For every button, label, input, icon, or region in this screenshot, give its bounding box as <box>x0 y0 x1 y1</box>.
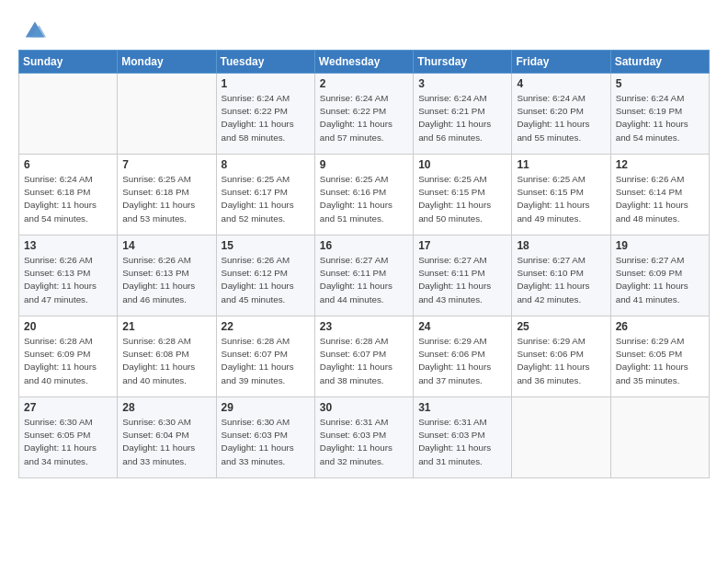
day-number: 18 <box>517 239 605 252</box>
calendar-cell: 13Sunrise: 6:26 AM Sunset: 6:13 PM Dayli… <box>19 236 118 316</box>
day-info: Sunrise: 6:30 AM Sunset: 6:03 PM Dayligh… <box>222 416 310 468</box>
calendar-cell: 19Sunrise: 6:27 AM Sunset: 6:09 PM Dayli… <box>610 236 709 316</box>
day-number: 28 <box>122 401 210 414</box>
day-info: Sunrise: 6:25 AM Sunset: 6:15 PM Dayligh… <box>418 173 506 225</box>
calendar-cell <box>19 74 118 155</box>
day-number: 22 <box>222 320 310 333</box>
day-info: Sunrise: 6:28 AM Sunset: 6:08 PM Dayligh… <box>122 335 210 387</box>
day-info: Sunrise: 6:26 AM Sunset: 6:13 PM Dayligh… <box>24 254 112 306</box>
day-info: Sunrise: 6:24 AM Sunset: 6:18 PM Dayligh… <box>24 173 112 225</box>
day-info: Sunrise: 6:28 AM Sunset: 6:07 PM Dayligh… <box>320 335 408 387</box>
day-info: Sunrise: 6:25 AM Sunset: 6:15 PM Dayligh… <box>517 173 605 225</box>
calendar-cell: 8Sunrise: 6:25 AM Sunset: 6:17 PM Daylig… <box>216 155 314 236</box>
calendar-cell: 11Sunrise: 6:25 AM Sunset: 6:15 PM Dayli… <box>512 155 610 236</box>
weekday-tuesday: Tuesday <box>216 51 314 74</box>
day-info: Sunrise: 6:27 AM Sunset: 6:10 PM Dayligh… <box>517 254 605 306</box>
calendar-cell: 15Sunrise: 6:26 AM Sunset: 6:12 PM Dayli… <box>216 236 314 316</box>
calendar-cell: 27Sunrise: 6:30 AM Sunset: 6:05 PM Dayli… <box>19 397 118 478</box>
calendar-cell: 7Sunrise: 6:25 AM Sunset: 6:18 PM Daylig… <box>118 155 216 236</box>
calendar-cell: 10Sunrise: 6:25 AM Sunset: 6:15 PM Dayli… <box>414 155 512 236</box>
day-info: Sunrise: 6:27 AM Sunset: 6:11 PM Dayligh… <box>418 254 506 306</box>
calendar-cell: 17Sunrise: 6:27 AM Sunset: 6:11 PM Dayli… <box>414 236 512 316</box>
weekday-monday: Monday <box>118 51 216 74</box>
day-number: 11 <box>517 158 605 171</box>
day-number: 23 <box>320 320 408 333</box>
day-number: 13 <box>24 239 112 252</box>
calendar-cell: 4Sunrise: 6:24 AM Sunset: 6:20 PM Daylig… <box>512 74 610 155</box>
weekday-thursday: Thursday <box>414 51 512 74</box>
calendar-cell: 30Sunrise: 6:31 AM Sunset: 6:03 PM Dayli… <box>314 397 413 478</box>
day-info: Sunrise: 6:31 AM Sunset: 6:03 PM Dayligh… <box>418 416 506 468</box>
logo-icon <box>22 17 48 42</box>
page: SundayMondayTuesdayWednesdayThursdayFrid… <box>0 0 728 563</box>
day-info: Sunrise: 6:24 AM Sunset: 6:22 PM Dayligh… <box>320 92 408 144</box>
calendar-cell: 31Sunrise: 6:31 AM Sunset: 6:03 PM Dayli… <box>414 397 512 478</box>
day-number: 31 <box>418 401 506 414</box>
day-number: 29 <box>222 401 310 414</box>
day-number: 30 <box>320 401 408 414</box>
day-info: Sunrise: 6:24 AM Sunset: 6:22 PM Dayligh… <box>222 92 310 144</box>
day-info: Sunrise: 6:27 AM Sunset: 6:09 PM Dayligh… <box>616 254 704 306</box>
day-number: 19 <box>616 239 704 252</box>
day-info: Sunrise: 6:29 AM Sunset: 6:06 PM Dayligh… <box>418 335 506 387</box>
calendar-cell: 29Sunrise: 6:30 AM Sunset: 6:03 PM Dayli… <box>216 397 314 478</box>
day-number: 16 <box>320 239 408 252</box>
day-info: Sunrise: 6:30 AM Sunset: 6:05 PM Dayligh… <box>24 416 112 468</box>
weekday-header-row: SundayMondayTuesdayWednesdayThursdayFrid… <box>19 51 710 74</box>
day-info: Sunrise: 6:29 AM Sunset: 6:06 PM Dayligh… <box>517 335 605 387</box>
calendar-cell: 3Sunrise: 6:24 AM Sunset: 6:21 PM Daylig… <box>414 74 512 155</box>
day-info: Sunrise: 6:30 AM Sunset: 6:04 PM Dayligh… <box>122 416 210 468</box>
calendar-cell: 20Sunrise: 6:28 AM Sunset: 6:09 PM Dayli… <box>19 316 118 397</box>
calendar-cell <box>118 74 216 155</box>
weekday-saturday: Saturday <box>610 51 709 74</box>
day-info: Sunrise: 6:25 AM Sunset: 6:16 PM Dayligh… <box>320 173 408 225</box>
week-row-2: 6Sunrise: 6:24 AM Sunset: 6:18 PM Daylig… <box>19 155 710 236</box>
day-number: 1 <box>222 77 310 90</box>
day-info: Sunrise: 6:28 AM Sunset: 6:09 PM Dayligh… <box>24 335 112 387</box>
calendar-cell: 28Sunrise: 6:30 AM Sunset: 6:04 PM Dayli… <box>118 397 216 478</box>
calendar-cell: 9Sunrise: 6:25 AM Sunset: 6:16 PM Daylig… <box>314 155 413 236</box>
calendar-cell <box>512 397 610 478</box>
day-number: 21 <box>122 320 210 333</box>
calendar-cell: 6Sunrise: 6:24 AM Sunset: 6:18 PM Daylig… <box>19 155 118 236</box>
calendar-cell: 26Sunrise: 6:29 AM Sunset: 6:05 PM Dayli… <box>610 316 709 397</box>
week-row-3: 13Sunrise: 6:26 AM Sunset: 6:13 PM Dayli… <box>19 236 710 316</box>
day-number: 2 <box>320 77 408 90</box>
day-number: 15 <box>222 239 310 252</box>
day-number: 26 <box>616 320 704 333</box>
day-number: 24 <box>418 320 506 333</box>
week-row-1: 1Sunrise: 6:24 AM Sunset: 6:22 PM Daylig… <box>19 74 710 155</box>
day-number: 9 <box>320 158 408 171</box>
day-number: 20 <box>24 320 112 333</box>
calendar-cell: 2Sunrise: 6:24 AM Sunset: 6:22 PM Daylig… <box>314 74 413 155</box>
day-number: 25 <box>517 320 605 333</box>
calendar-cell: 18Sunrise: 6:27 AM Sunset: 6:10 PM Dayli… <box>512 236 610 316</box>
week-row-4: 20Sunrise: 6:28 AM Sunset: 6:09 PM Dayli… <box>19 316 710 397</box>
day-number: 17 <box>418 239 506 252</box>
header <box>18 17 710 42</box>
calendar-cell: 21Sunrise: 6:28 AM Sunset: 6:08 PM Dayli… <box>118 316 216 397</box>
calendar-table: SundayMondayTuesdayWednesdayThursdayFrid… <box>18 50 710 478</box>
calendar-cell: 1Sunrise: 6:24 AM Sunset: 6:22 PM Daylig… <box>216 74 314 155</box>
day-info: Sunrise: 6:24 AM Sunset: 6:20 PM Dayligh… <box>517 92 605 144</box>
day-info: Sunrise: 6:26 AM Sunset: 6:12 PM Dayligh… <box>222 254 310 306</box>
calendar-cell: 5Sunrise: 6:24 AM Sunset: 6:19 PM Daylig… <box>610 74 709 155</box>
calendar-cell: 22Sunrise: 6:28 AM Sunset: 6:07 PM Dayli… <box>216 316 314 397</box>
day-number: 4 <box>517 77 605 90</box>
day-number: 27 <box>24 401 112 414</box>
calendar-cell: 12Sunrise: 6:26 AM Sunset: 6:14 PM Dayli… <box>610 155 709 236</box>
calendar-cell: 23Sunrise: 6:28 AM Sunset: 6:07 PM Dayli… <box>314 316 413 397</box>
day-number: 10 <box>418 158 506 171</box>
calendar-cell: 16Sunrise: 6:27 AM Sunset: 6:11 PM Dayli… <box>314 236 413 316</box>
day-number: 14 <box>122 239 210 252</box>
day-number: 6 <box>24 158 112 171</box>
day-info: Sunrise: 6:27 AM Sunset: 6:11 PM Dayligh… <box>320 254 408 306</box>
day-info: Sunrise: 6:25 AM Sunset: 6:18 PM Dayligh… <box>122 173 210 225</box>
day-info: Sunrise: 6:24 AM Sunset: 6:21 PM Dayligh… <box>418 92 506 144</box>
calendar-cell: 25Sunrise: 6:29 AM Sunset: 6:06 PM Dayli… <box>512 316 610 397</box>
day-info: Sunrise: 6:29 AM Sunset: 6:05 PM Dayligh… <box>616 335 704 387</box>
logo <box>18 20 48 42</box>
week-row-5: 27Sunrise: 6:30 AM Sunset: 6:05 PM Dayli… <box>19 397 710 478</box>
day-info: Sunrise: 6:26 AM Sunset: 6:14 PM Dayligh… <box>616 173 704 225</box>
day-number: 5 <box>616 77 704 90</box>
